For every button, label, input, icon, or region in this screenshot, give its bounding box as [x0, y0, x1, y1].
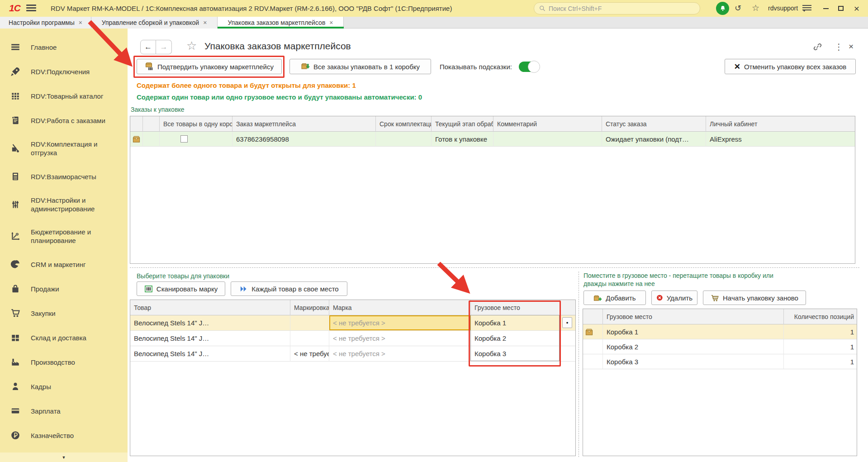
- choose-value-button[interactable]: •: [562, 317, 572, 328]
- package-count-cell[interactable]: 1: [784, 354, 857, 369]
- comment-cell[interactable]: [493, 132, 602, 147]
- window-maximize-button[interactable]: [835, 0, 847, 17]
- sidebar-item-rdv-administration[interactable]: RDV:Настройки и администрирование: [0, 189, 128, 220]
- horizontal-splitter[interactable]: [130, 267, 859, 268]
- package-row[interactable]: Коробка 3 1: [583, 354, 857, 369]
- each-item-own-place-button[interactable]: Каждый товар в свое место: [231, 281, 347, 296]
- package-count-cell[interactable]: 1: [784, 339, 857, 354]
- orders-document-icon: [0, 115, 31, 125]
- tab-close-icon[interactable]: ×: [203, 19, 207, 26]
- toggle-knob: [528, 61, 540, 73]
- sidebar-item-treasury[interactable]: Казначейство: [0, 423, 128, 448]
- chevron-down-icon: ▼: [62, 455, 66, 460]
- col-comment[interactable]: Комментарий: [493, 116, 602, 132]
- pack-all-one-box-button[interactable]: Все заказы упаковать в 1 коробку: [289, 59, 431, 74]
- marking-cell[interactable]: < не требуется >: [290, 346, 329, 362]
- sidebar-item-rdv-catalog[interactable]: RDV:Товарный каталог: [0, 84, 128, 108]
- vertical-splitter[interactable]: [579, 271, 579, 457]
- product-row[interactable]: Велосипед Stels 14" J… < не требуется > …: [130, 315, 575, 331]
- package-dropdown-item[interactable]: Коробка 3: [471, 346, 560, 362]
- sidebar-item-purchases[interactable]: Закупки: [0, 301, 128, 325]
- sidebar-item-rdv-settlements[interactable]: RDV:Взаиморасчеты: [0, 164, 128, 189]
- package-row[interactable]: Коробка 2 1: [583, 339, 857, 354]
- current-user[interactable]: rdvsupport: [768, 5, 798, 12]
- cancel-all-packing-button[interactable]: ✕ Отменить упаковку всех заказов: [725, 59, 856, 74]
- package-count-cell[interactable]: 1: [784, 324, 857, 339]
- add-to-favorites-star-icon[interactable]: ☆: [186, 39, 197, 53]
- col-current-stage[interactable]: Текущий этап обработки: [432, 116, 493, 132]
- package-name-cell[interactable]: Коробка 3: [603, 354, 784, 369]
- show-hints-toggle[interactable]: [519, 62, 539, 72]
- sidebar-item-hr[interactable]: Кадры: [0, 374, 128, 399]
- package-name-cell[interactable]: Коробка 1: [603, 324, 784, 339]
- mark-cell-focused[interactable]: < не требуется >: [329, 315, 471, 331]
- product-cell[interactable]: Велосипед Stels 14" J…: [130, 346, 290, 362]
- product-row[interactable]: Велосипед Stels 14" J… < не требуется > …: [130, 331, 575, 346]
- mark-cell[interactable]: < не требуется >: [329, 346, 471, 362]
- sidebar-item-rdv-shipping[interactable]: RDV:Комплектация и отгрузка: [0, 133, 128, 164]
- sidebar-item-warehouse[interactable]: Склад и доставка: [0, 325, 128, 350]
- package-name-cell[interactable]: Коробка 2: [603, 339, 784, 354]
- close-form-icon[interactable]: ×: [849, 42, 854, 52]
- orders-table-header: Все товары в одну коробку Заказ маркетпл…: [130, 116, 855, 132]
- get-link-icon[interactable]: [813, 42, 822, 53]
- main-menu-icon[interactable]: [26, 5, 36, 12]
- all-in-one-checkbox[interactable]: [180, 135, 188, 143]
- notifications-bell-icon[interactable]: [716, 2, 729, 15]
- col-account[interactable]: Личный кабинет: [706, 116, 855, 132]
- bank-card-icon: [0, 406, 31, 416]
- confirm-packing-button[interactable]: Подтвердить упаковку маркетплейсу: [137, 59, 282, 74]
- sidebar-item-main[interactable]: Главное: [0, 35, 128, 59]
- person-icon: [0, 381, 31, 391]
- sidebar-item-salary[interactable]: Зарплата: [0, 399, 128, 423]
- more-actions-icon[interactable]: ⋮: [835, 42, 843, 52]
- window-minimize-button[interactable]: [820, 0, 832, 17]
- sidebar-scroll-more[interactable]: ▼: [0, 452, 128, 462]
- sidebar-item-production[interactable]: Производство: [0, 350, 128, 374]
- package-dropdown-item[interactable]: Коробка 1: [471, 315, 560, 331]
- history-icon[interactable]: ↺: [735, 4, 741, 13]
- global-search[interactable]: [534, 2, 700, 14]
- calculator-icon: [0, 171, 31, 181]
- red-cross-icon: [656, 294, 663, 302]
- col-package: Грузовое место: [603, 309, 784, 324]
- col-all-in-one-box[interactable]: Все товары в одну коробку: [160, 116, 232, 132]
- account-cell[interactable]: AliExpress: [706, 132, 855, 147]
- mark-cell[interactable]: < не требуется >: [329, 331, 471, 346]
- back-button[interactable]: ←: [140, 40, 156, 54]
- forward-button[interactable]: →: [156, 40, 172, 54]
- stage-cell[interactable]: Готов к упаковке: [432, 132, 493, 147]
- tab-program-settings[interactable]: Настройки программы×: [0, 17, 91, 29]
- window-close-button[interactable]: ×: [850, 0, 863, 17]
- package-dropdown-item[interactable]: Коробка 2: [471, 331, 560, 346]
- sidebar-item-crm[interactable]: CRM и маркетинг: [0, 252, 128, 276]
- status-cell[interactable]: Ожидает упаковки (подт…: [602, 132, 706, 147]
- col-marketplace-order[interactable]: Заказ маркетплейса: [232, 116, 376, 132]
- tab-assembly-packing[interactable]: Управление сборкой и упаковкой×: [91, 17, 218, 29]
- show-hints-label: Показывать подсказки:: [440, 63, 512, 71]
- sidebar-item-rdv-connections[interactable]: RDV:Подключения: [0, 59, 128, 84]
- product-cell[interactable]: Велосипед Stels 14" J…: [130, 315, 290, 331]
- col-deadline[interactable]: Срок комплектации: [376, 116, 432, 132]
- deadline-cell[interactable]: [376, 132, 432, 147]
- add-package-button[interactable]: Добавить: [583, 291, 646, 305]
- favorites-star-icon[interactable]: ☆: [752, 4, 759, 13]
- restart-packing-button[interactable]: Начать упаковку заново: [703, 291, 806, 305]
- col-order-status[interactable]: Статус заказа: [602, 116, 706, 132]
- order-number-cell[interactable]: 63786236958098: [232, 132, 376, 147]
- marking-cell[interactable]: [290, 315, 329, 331]
- sidebar-item-sales[interactable]: Продажи: [0, 276, 128, 301]
- tab-close-icon[interactable]: ×: [79, 19, 82, 26]
- sidebar-item-budgeting[interactable]: Бюджетирование и планирование: [0, 220, 128, 252]
- order-row[interactable]: 63786236958098 Готов к упаковке Ожидает …: [130, 132, 855, 147]
- delete-package-button[interactable]: Удалить: [651, 291, 697, 305]
- marking-cell[interactable]: [290, 331, 329, 346]
- product-cell[interactable]: Велосипед Stels 14" J…: [130, 331, 290, 346]
- tab-close-icon[interactable]: ×: [329, 19, 333, 26]
- sidebar-item-rdv-orders[interactable]: RDV:Работа с заказами: [0, 108, 128, 133]
- package-row[interactable]: Коробка 1 1: [583, 324, 857, 339]
- scan-mark-button[interactable]: Сканировать марку: [137, 281, 225, 296]
- search-input[interactable]: [549, 5, 695, 12]
- shopping-bag-icon: [0, 284, 31, 294]
- product-row[interactable]: Велосипед Stels 14" J… < не требуется > …: [130, 346, 575, 362]
